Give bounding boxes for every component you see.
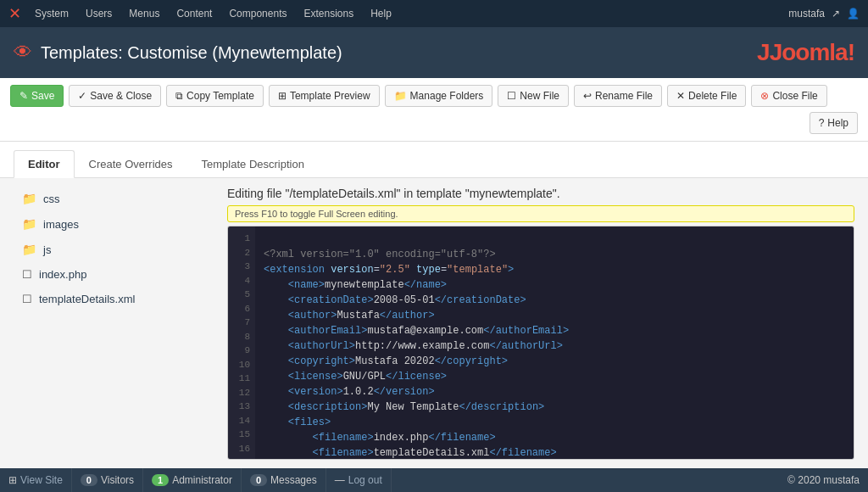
tab-template-description[interactable]: Template Description xyxy=(187,150,319,178)
template-preview-label: Template Preview xyxy=(290,90,370,102)
nav-users[interactable]: Users xyxy=(79,4,119,23)
sidebar-item-images[interactable]: 📁 images xyxy=(14,212,217,236)
code-line-10: <version>1.0.2</version> xyxy=(264,386,435,398)
code-line-14: <filename>templateDetails.xml</filename> xyxy=(264,447,557,459)
page-title: Templates: Customise (Mynewtemplate) xyxy=(41,43,342,63)
sidebar-item-js[interactable]: 📁 js xyxy=(14,238,217,261)
code-line-7: <authorUrl>http://www.example.com</autho… xyxy=(264,340,563,352)
code-editor[interactable]: 12345 678910 1112131415 1617181920 21222… xyxy=(227,226,854,460)
copyright-text: © 2020 mustafa xyxy=(787,474,860,486)
manage-folders-button[interactable]: 📁 Manage Folders xyxy=(385,85,493,107)
close-file-label: Close File xyxy=(772,90,817,102)
manage-folders-label: Manage Folders xyxy=(410,90,484,102)
nav-components[interactable]: Components xyxy=(222,4,293,23)
code-line-3: <name>mynewtemplate</name> xyxy=(264,279,447,291)
view-site-icon: ⊞ xyxy=(8,474,17,486)
joomla-logo-exclaim: ! xyxy=(848,39,854,65)
folder-icon-images: 📁 xyxy=(22,217,36,231)
nav-menus[interactable]: Menus xyxy=(122,4,166,23)
templates-icon: 👁 xyxy=(14,42,32,64)
sidebar-item-index-php[interactable]: ☐ index.php xyxy=(14,263,217,286)
folder-icon-js: 📁 xyxy=(22,243,36,256)
sidebar-item-css-label: css xyxy=(43,193,60,205)
messages-label: Messages xyxy=(270,474,317,486)
code-line-4: <creationDate>2008-05-01</creationDate> xyxy=(264,294,526,306)
save-label: Save xyxy=(31,90,54,102)
close-icon: ⊗ xyxy=(760,90,769,102)
editor-panel: Editing file "/templateDetails.xml" in t… xyxy=(227,187,854,460)
main-content: 📁 css 📁 images 📁 js ☐ index.php ☐ templa… xyxy=(0,178,868,468)
help-button[interactable]: ? Help xyxy=(810,112,858,134)
header-left: 👁 Templates: Customise (Mynewtemplate) xyxy=(14,42,342,64)
messages-badge: 0 xyxy=(250,474,267,486)
code-line-13: <filename>index.php</filename> xyxy=(264,432,496,444)
save-button[interactable]: ✎ Save xyxy=(10,85,64,107)
logout-item[interactable]: — Log out xyxy=(326,468,392,492)
rename-icon: ↩ xyxy=(583,90,592,102)
tabs-bar: Editor Create Overrides Template Descrip… xyxy=(0,142,868,178)
delete-file-label: Delete File xyxy=(688,90,737,102)
preview-icon: ⊞ xyxy=(278,90,287,102)
new-file-icon: ☐ xyxy=(507,90,516,102)
code-line-5: <author>Mustafa</author> xyxy=(264,310,435,321)
line-numbers: 12345 678910 1112131415 1617181920 21222… xyxy=(228,226,255,459)
page-header: 👁 Templates: Customise (Mynewtemplate) J… xyxy=(0,27,868,78)
save-close-label: Save & Close xyxy=(90,90,152,102)
nav-content[interactable]: Content xyxy=(170,4,219,23)
template-preview-button[interactable]: ⊞ Template Preview xyxy=(269,85,380,107)
visitors-label: Visitors xyxy=(101,474,134,486)
admin-badge: 1 xyxy=(152,474,169,486)
file-icon-templatedetails: ☐ xyxy=(22,293,32,305)
joomla-logo: JJoomla! xyxy=(757,39,854,66)
fullscreen-hint: Press F10 to toggle Full Screen editing. xyxy=(227,205,854,222)
user-icon[interactable]: 👤 xyxy=(847,8,860,20)
rename-file-button[interactable]: ↩ Rename File xyxy=(574,85,662,107)
code-line-8: <copyright>Mustafa 20202</copyright> xyxy=(264,355,508,367)
nav-system[interactable]: System xyxy=(28,4,75,23)
nav-items: System Users Menus Content Components Ex… xyxy=(28,4,398,23)
file-sidebar: 📁 css 📁 images 📁 js ☐ index.php ☐ templa… xyxy=(14,187,217,460)
help-icon: ? xyxy=(819,117,825,129)
tab-editor[interactable]: Editor xyxy=(14,150,75,178)
tab-create-overrides[interactable]: Create Overrides xyxy=(75,150,187,178)
new-file-button[interactable]: ☐ New File xyxy=(498,85,569,107)
sidebar-item-css[interactable]: 📁 css xyxy=(14,187,217,210)
code-line-11: <description>My New Template</descriptio… xyxy=(264,401,544,413)
admin-label: Administrator xyxy=(172,474,232,486)
logout-separator: — xyxy=(335,474,345,486)
user-area: mustafa ↗ 👤 xyxy=(788,8,860,20)
view-site-item[interactable]: ⊞ View Site xyxy=(8,468,72,492)
joomla-logo-j: J xyxy=(757,39,770,65)
sidebar-item-template-details[interactable]: ☐ templateDetails.xml xyxy=(14,288,217,310)
view-site-link[interactable]: View Site xyxy=(20,474,63,486)
copy-icon: ⧉ xyxy=(175,90,183,102)
visitors-badge: 0 xyxy=(81,474,97,486)
joomla-nav-icon: ✕ xyxy=(8,4,21,23)
toolbar: ✎ Save ✓ Save & Close ⧉ Copy Template ⊞ … xyxy=(0,78,868,142)
nav-extensions[interactable]: Extensions xyxy=(297,4,360,23)
delete-icon: ✕ xyxy=(676,90,685,102)
username[interactable]: mustafa xyxy=(788,8,825,20)
code-line-6: <authorEmail>mustafa@example.com</author… xyxy=(264,325,569,337)
code-line-2: <extension version="2.5" type="template"… xyxy=(264,264,514,276)
messages-item: 0 Messages xyxy=(242,468,326,492)
copy-template-button[interactable]: ⧉ Copy Template xyxy=(166,85,264,107)
top-navigation: ✕ System Users Menus Content Components … xyxy=(0,0,868,27)
folder-icon-css: 📁 xyxy=(22,192,36,205)
delete-file-button[interactable]: ✕ Delete File xyxy=(667,85,746,107)
joomla-logo-text: JJoomla! xyxy=(757,39,854,66)
logout-link[interactable]: Log out xyxy=(348,474,382,486)
sidebar-item-index-label: index.php xyxy=(39,268,86,281)
sidebar-item-js-label: js xyxy=(43,243,51,256)
checkmark-icon: ✓ xyxy=(78,90,86,102)
sidebar-item-templatedetails-label: templateDetails.xml xyxy=(39,293,135,305)
save-close-button[interactable]: ✓ Save & Close xyxy=(69,85,161,107)
visitors-item: 0 Visitors xyxy=(72,468,143,492)
new-file-label: New File xyxy=(520,90,559,102)
close-file-button[interactable]: ⊗ Close File xyxy=(751,85,826,107)
copy-template-label: Copy Template xyxy=(186,90,254,102)
code-content[interactable]: <?xml version="1.0" encoding="utf-8"?> <… xyxy=(255,226,854,459)
code-line-12: <files> xyxy=(264,417,331,428)
save-icon: ✎ xyxy=(19,90,28,102)
nav-help[interactable]: Help xyxy=(364,4,398,23)
